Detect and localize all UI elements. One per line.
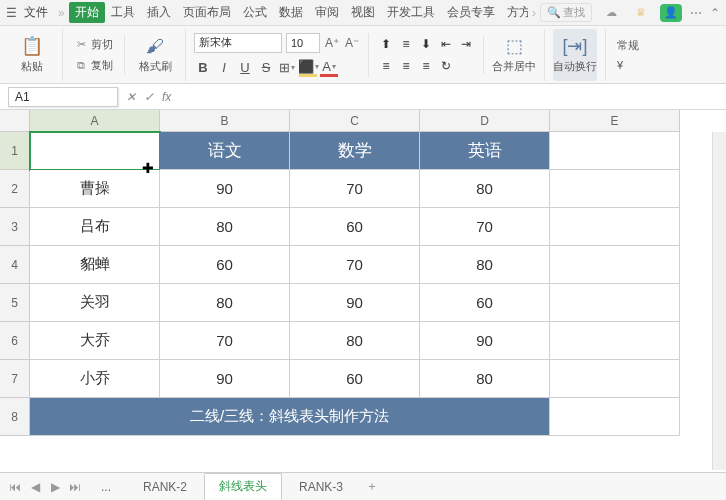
sheet-tab-active[interactable]: 斜线表头 <box>204 473 282 500</box>
font-name-select[interactable]: 新宋体 <box>194 33 282 53</box>
cell[interactable]: 80 <box>290 322 420 360</box>
file-menu[interactable]: 文件 <box>24 4 48 21</box>
cell[interactable] <box>550 246 680 284</box>
row-head[interactable]: 7 <box>0 360 30 398</box>
sheet-tab[interactable]: RANK-3 <box>284 475 358 499</box>
currency-button[interactable]: ¥ <box>614 57 642 73</box>
chevron-up-icon[interactable]: ⌃ <box>710 6 720 20</box>
cell[interactable]: 90 <box>160 170 290 208</box>
col-head-a[interactable]: A <box>30 110 160 132</box>
row-head[interactable]: 5 <box>0 284 30 322</box>
cell[interactable]: 80 <box>420 170 550 208</box>
enter-icon[interactable]: ✓ <box>144 90 154 104</box>
cell[interactable]: 70 <box>420 208 550 246</box>
wrap-button[interactable]: [⇥] 自动换行 <box>553 29 597 81</box>
cell[interactable] <box>550 284 680 322</box>
align-bottom-button[interactable]: ⬇ <box>417 36 435 52</box>
tab-tools[interactable]: 工具 <box>105 2 141 23</box>
row-head[interactable]: 3 <box>0 208 30 246</box>
tab-pagelayout[interactable]: 页面布局 <box>177 2 237 23</box>
align-top-button[interactable]: ⬆ <box>377 36 395 52</box>
tab-review[interactable]: 审阅 <box>309 2 345 23</box>
merge-button[interactable]: ⬚ 合并居中 <box>492 29 536 81</box>
tab-data[interactable]: 数据 <box>273 2 309 23</box>
cell[interactable]: 关羽 <box>30 284 160 322</box>
avatar-icon[interactable]: 👤 <box>660 4 682 22</box>
cell[interactable]: 90 <box>420 322 550 360</box>
add-sheet-button[interactable]: ＋ <box>360 478 384 495</box>
cell[interactable] <box>550 170 680 208</box>
align-middle-button[interactable]: ≡ <box>397 36 415 52</box>
row-head[interactable]: 2 <box>0 170 30 208</box>
tab-dev[interactable]: 开发工具 <box>381 2 441 23</box>
crown-icon[interactable]: ♕ <box>630 4 652 22</box>
increase-font-button[interactable]: A⁺ <box>324 34 340 52</box>
cell[interactable]: 70 <box>160 322 290 360</box>
sheet-tab[interactable]: ... <box>86 475 126 499</box>
tab-home[interactable]: 开始 <box>69 2 105 23</box>
cell[interactable]: 90 <box>290 284 420 322</box>
copy-button[interactable]: ⧉复制 <box>71 56 116 75</box>
footer-cell[interactable]: 二线/三线：斜线表头制作方法 <box>30 398 550 436</box>
underline-button[interactable]: U <box>236 59 254 77</box>
cell-a1[interactable] <box>30 132 160 170</box>
cell[interactable]: 貂蝉 <box>30 246 160 284</box>
tab-view[interactable]: 视图 <box>345 2 381 23</box>
font-color-button[interactable]: A <box>320 59 338 77</box>
bold-button[interactable]: B <box>194 59 212 77</box>
strike-button[interactable]: S <box>257 59 275 77</box>
cell[interactable]: 70 <box>290 246 420 284</box>
align-right-button[interactable]: ≡ <box>417 58 435 74</box>
tab-insert[interactable]: 插入 <box>141 2 177 23</box>
cell[interactable] <box>550 322 680 360</box>
cell[interactable]: 大乔 <box>30 322 160 360</box>
border-button[interactable]: ⊞ <box>278 59 296 77</box>
cell[interactable]: 80 <box>160 284 290 322</box>
cell[interactable]: 80 <box>420 360 550 398</box>
orientation-button[interactable]: ↻ <box>437 58 455 74</box>
number-format-select[interactable]: 常规 <box>614 36 642 55</box>
sheet-tab[interactable]: RANK-2 <box>128 475 202 499</box>
col-head-c[interactable]: C <box>290 110 420 132</box>
italic-button[interactable]: I <box>215 59 233 77</box>
indent-left-button[interactable]: ⇤ <box>437 36 455 52</box>
hamburger-icon[interactable]: ☰ <box>6 6 20 20</box>
cell[interactable]: 60 <box>420 284 550 322</box>
chevron-right-icon[interactable]: › <box>532 6 536 20</box>
first-sheet-button[interactable]: ⏮ <box>6 478 24 496</box>
cell[interactable]: 曹操 <box>30 170 160 208</box>
paste-button[interactable]: 📋 粘贴 <box>10 29 54 81</box>
cell[interactable]: 小乔 <box>30 360 160 398</box>
cell[interactable]: 语文 <box>160 132 290 170</box>
cancel-icon[interactable]: ✕ <box>126 90 136 104</box>
format-painter-button[interactable]: 🖌 格式刷 <box>133 29 177 81</box>
cell[interactable] <box>550 398 680 436</box>
more-icon[interactable]: ⋯ <box>690 6 702 20</box>
tab-formula[interactable]: 公式 <box>237 2 273 23</box>
indent-right-button[interactable]: ⇥ <box>457 36 475 52</box>
col-head-d[interactable]: D <box>420 110 550 132</box>
col-head-e[interactable]: E <box>550 110 680 132</box>
search-box[interactable]: 🔍 查找 <box>540 3 592 22</box>
cell[interactable]: 90 <box>160 360 290 398</box>
cell[interactable] <box>550 208 680 246</box>
tab-member[interactable]: 会员专享 <box>441 2 501 23</box>
next-sheet-button[interactable]: ▶ <box>46 478 64 496</box>
vertical-scrollbar[interactable] <box>712 132 726 470</box>
cell[interactable]: 数学 <box>290 132 420 170</box>
decrease-font-button[interactable]: A⁻ <box>344 34 360 52</box>
cell[interactable] <box>550 360 680 398</box>
cell[interactable]: 60 <box>290 208 420 246</box>
row-head[interactable]: 8 <box>0 398 30 436</box>
cell[interactable]: 60 <box>290 360 420 398</box>
row-head[interactable]: 6 <box>0 322 30 360</box>
cell[interactable]: 吕布 <box>30 208 160 246</box>
row-head[interactable]: 4 <box>0 246 30 284</box>
cell[interactable]: 80 <box>420 246 550 284</box>
fx-icon[interactable]: fx <box>162 90 171 104</box>
align-center-button[interactable]: ≡ <box>397 58 415 74</box>
cell[interactable] <box>550 132 680 170</box>
tab-ffgz[interactable]: 方方格子 <box>501 2 528 23</box>
spreadsheet-grid[interactable]: A B C D E 1 2 3 4 5 6 7 8 语文 数学 英语 曹操 90… <box>0 110 726 470</box>
cell[interactable]: 70 <box>290 170 420 208</box>
